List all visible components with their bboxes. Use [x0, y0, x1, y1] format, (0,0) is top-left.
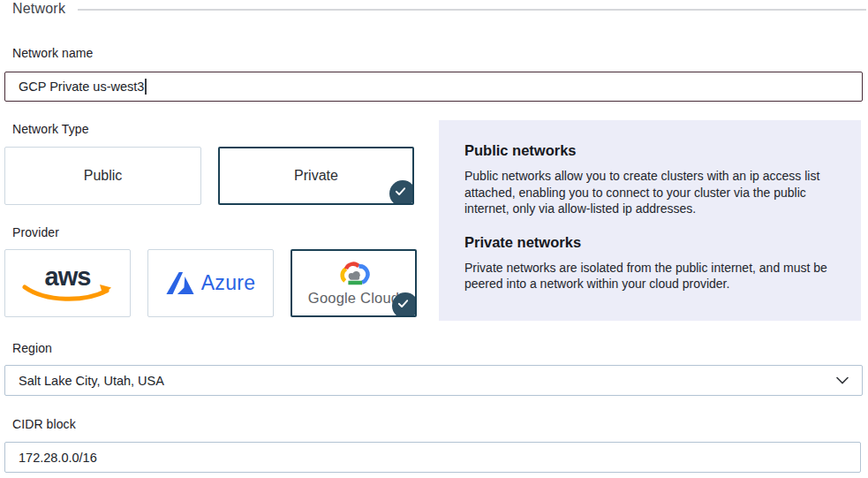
- info-body-private: Private networks are isolated from the p…: [464, 260, 838, 292]
- check-icon: [389, 180, 414, 205]
- provider-option-azure[interactable]: Azure: [147, 249, 274, 317]
- provider-options: aws Azure Google Cloud: [4, 249, 417, 317]
- provider-label: Provider: [12, 225, 59, 239]
- text-cursor: [145, 79, 147, 95]
- network-type-option-private[interactable]: Private: [218, 147, 414, 205]
- azure-logo-text: Azure: [201, 271, 256, 295]
- network-name-input[interactable]: GCP Private us-west3: [4, 72, 863, 102]
- azure-logo-icon: [166, 271, 194, 295]
- region-selected-value: Salt Lake City, Utah, USA: [19, 374, 164, 388]
- cidr-block-label: CIDR block: [12, 417, 76, 431]
- info-heading-public: Public networks: [464, 142, 838, 159]
- google-cloud-logo-icon: [336, 260, 372, 289]
- network-info-panel: Public networks Public networks allow yo…: [439, 120, 861, 321]
- option-label: Private: [294, 168, 338, 184]
- google-cloud-logo-text: Google Cloud: [308, 290, 399, 307]
- region-label: Region: [12, 341, 52, 355]
- info-body-public: Public networks allow you to create clus…: [464, 168, 838, 217]
- chevron-down-icon: [836, 376, 849, 384]
- network-type-option-public[interactable]: Public: [4, 147, 201, 205]
- check-icon: [392, 292, 417, 317]
- region-select[interactable]: Salt Lake City, Utah, USA: [4, 365, 863, 396]
- info-heading-private: Private networks: [464, 234, 838, 251]
- network-name-label: Network name: [12, 46, 93, 60]
- cidr-block-input[interactable]: [4, 442, 861, 473]
- provider-option-aws[interactable]: aws: [4, 249, 131, 317]
- aws-smile-icon: [21, 284, 115, 305]
- network-name-value: GCP Private us-west3: [19, 80, 144, 94]
- section-title: Network: [12, 1, 65, 17]
- network-type-label: Network Type: [12, 122, 89, 136]
- section-divider: [78, 9, 866, 11]
- network-type-options: Public Private: [4, 147, 414, 205]
- provider-option-google-cloud[interactable]: Google Cloud: [291, 249, 417, 317]
- option-label: Public: [84, 168, 123, 184]
